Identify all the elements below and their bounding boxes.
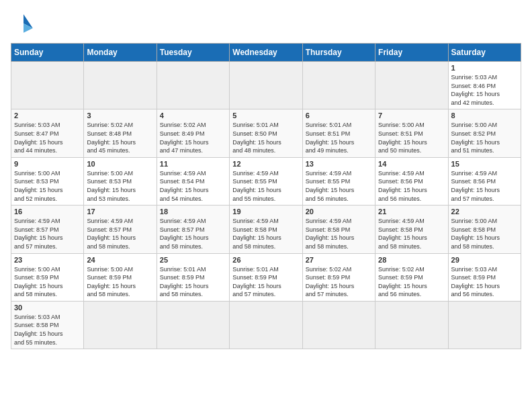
day-info: Sunrise: 4:59 AM Sunset: 8:56 PM Dayligh… (378, 169, 445, 203)
day-number: 6 (306, 111, 372, 120)
calendar-cell: 22Sunrise: 5:00 AM Sunset: 8:58 PM Dayli… (448, 205, 521, 253)
calendar-cell: 1Sunrise: 5:03 AM Sunset: 8:46 PM Daylig… (448, 62, 521, 109)
calendar-cell (448, 301, 521, 349)
calendar-cell (375, 301, 448, 349)
day-number: 27 (306, 256, 372, 264)
calendar-cell (157, 62, 229, 109)
day-info: Sunrise: 5:03 AM Sunset: 8:59 PM Dayligh… (451, 265, 518, 299)
day-number: 13 (306, 160, 372, 168)
calendar-cell: 7Sunrise: 5:00 AM Sunset: 8:51 PM Daylig… (375, 109, 448, 157)
calendar-cell: 21Sunrise: 4:59 AM Sunset: 8:58 PM Dayli… (375, 205, 448, 253)
calendar-week: 23Sunrise: 5:00 AM Sunset: 8:59 PM Dayli… (11, 253, 521, 301)
calendar-cell: 10Sunrise: 5:00 AM Sunset: 8:53 PM Dayli… (84, 157, 157, 205)
day-info: Sunrise: 4:59 AM Sunset: 8:55 PM Dayligh… (306, 169, 372, 203)
day-number: 24 (87, 256, 153, 264)
day-number: 1 (451, 64, 518, 72)
page-header (11, 11, 521, 36)
calendar-week: 1Sunrise: 5:03 AM Sunset: 8:46 PM Daylig… (11, 62, 521, 109)
day-info: Sunrise: 5:01 AM Sunset: 8:59 PM Dayligh… (160, 265, 226, 299)
calendar-cell (11, 62, 84, 109)
day-info: Sunrise: 5:01 AM Sunset: 8:59 PM Dayligh… (232, 265, 299, 299)
calendar-cell (375, 62, 448, 109)
calendar-cell: 28Sunrise: 5:02 AM Sunset: 8:59 PM Dayli… (375, 253, 448, 301)
day-info: Sunrise: 4:59 AM Sunset: 8:54 PM Dayligh… (160, 169, 226, 203)
day-number: 16 (14, 208, 81, 216)
calendar-cell: 16Sunrise: 4:59 AM Sunset: 8:57 PM Dayli… (11, 205, 84, 253)
day-info: Sunrise: 5:03 AM Sunset: 8:58 PM Dayligh… (14, 313, 81, 347)
calendar-cell: 19Sunrise: 4:59 AM Sunset: 8:58 PM Dayli… (230, 205, 302, 253)
calendar-cell: 25Sunrise: 5:01 AM Sunset: 8:59 PM Dayli… (157, 253, 229, 301)
weekday-header: Friday (375, 44, 448, 62)
calendar-cell: 23Sunrise: 5:00 AM Sunset: 8:59 PM Dayli… (11, 253, 84, 301)
day-info: Sunrise: 4:59 AM Sunset: 8:57 PM Dayligh… (14, 217, 81, 250)
weekday-header: Thursday (302, 44, 375, 62)
calendar-week: 9Sunrise: 5:00 AM Sunset: 8:53 PM Daylig… (11, 157, 521, 205)
calendar-week: 2Sunrise: 5:03 AM Sunset: 8:47 PM Daylig… (11, 109, 521, 157)
day-number: 15 (451, 160, 518, 168)
calendar-cell: 9Sunrise: 5:00 AM Sunset: 8:53 PM Daylig… (11, 157, 84, 205)
day-info: Sunrise: 5:00 AM Sunset: 8:59 PM Dayligh… (14, 265, 81, 299)
day-number: 21 (378, 208, 445, 216)
calendar-cell: 13Sunrise: 4:59 AM Sunset: 8:55 PM Dayli… (302, 157, 375, 205)
calendar-cell: 15Sunrise: 4:59 AM Sunset: 8:56 PM Dayli… (448, 157, 521, 205)
calendar-cell: 4Sunrise: 5:02 AM Sunset: 8:49 PM Daylig… (157, 109, 229, 157)
day-number: 20 (306, 208, 372, 216)
day-number: 7 (378, 111, 445, 120)
logo (11, 11, 39, 36)
day-number: 22 (451, 208, 518, 216)
day-number: 30 (14, 304, 81, 312)
calendar-cell: 8Sunrise: 5:00 AM Sunset: 8:52 PM Daylig… (448, 109, 521, 157)
day-number: 9 (14, 160, 81, 168)
day-info: Sunrise: 5:00 AM Sunset: 8:51 PM Dayligh… (378, 121, 445, 154)
calendar-cell: 2Sunrise: 5:03 AM Sunset: 8:47 PM Daylig… (11, 109, 84, 157)
day-number: 25 (160, 256, 226, 264)
calendar-cell: 14Sunrise: 4:59 AM Sunset: 8:56 PM Dayli… (375, 157, 448, 205)
weekday-header: Saturday (448, 44, 521, 62)
weekday-header: Monday (84, 44, 157, 62)
calendar-cell (84, 301, 157, 349)
calendar-cell: 24Sunrise: 5:00 AM Sunset: 8:59 PM Dayli… (84, 253, 157, 301)
day-number: 18 (160, 208, 226, 216)
calendar-cell (157, 301, 229, 349)
day-info: Sunrise: 5:01 AM Sunset: 8:51 PM Dayligh… (306, 121, 372, 154)
calendar-cell: 3Sunrise: 5:02 AM Sunset: 8:48 PM Daylig… (84, 109, 157, 157)
calendar-cell: 20Sunrise: 4:59 AM Sunset: 8:58 PM Dayli… (302, 205, 375, 253)
calendar-cell (230, 301, 302, 349)
calendar-cell: 27Sunrise: 5:02 AM Sunset: 8:59 PM Dayli… (302, 253, 375, 301)
day-info: Sunrise: 5:02 AM Sunset: 8:59 PM Dayligh… (306, 265, 372, 299)
day-info: Sunrise: 5:00 AM Sunset: 8:53 PM Dayligh… (14, 169, 81, 203)
calendar-cell: 17Sunrise: 4:59 AM Sunset: 8:57 PM Dayli… (84, 205, 157, 253)
calendar-cell (302, 62, 375, 109)
calendar-cell (302, 301, 375, 349)
calendar-cell: 26Sunrise: 5:01 AM Sunset: 8:59 PM Dayli… (230, 253, 302, 301)
day-number: 5 (232, 111, 299, 120)
calendar-cell: 5Sunrise: 5:01 AM Sunset: 8:50 PM Daylig… (230, 109, 302, 157)
calendar-header: SundayMondayTuesdayWednesdayThursdayFrid… (11, 44, 521, 62)
day-info: Sunrise: 5:00 AM Sunset: 8:59 PM Dayligh… (87, 265, 153, 299)
day-info: Sunrise: 4:59 AM Sunset: 8:58 PM Dayligh… (306, 217, 372, 250)
day-number: 4 (160, 111, 226, 120)
calendar-cell: 6Sunrise: 5:01 AM Sunset: 8:51 PM Daylig… (302, 109, 375, 157)
calendar-cell: 12Sunrise: 4:59 AM Sunset: 8:55 PM Dayli… (230, 157, 302, 205)
weekday-header: Sunday (11, 44, 84, 62)
day-number: 19 (232, 208, 299, 216)
calendar-week: 30Sunrise: 5:03 AM Sunset: 8:58 PM Dayli… (11, 301, 521, 349)
calendar-week: 16Sunrise: 4:59 AM Sunset: 8:57 PM Dayli… (11, 205, 521, 253)
day-info: Sunrise: 5:02 AM Sunset: 8:59 PM Dayligh… (378, 265, 445, 299)
day-info: Sunrise: 5:03 AM Sunset: 8:46 PM Dayligh… (451, 73, 518, 107)
day-number: 23 (14, 256, 81, 264)
day-info: Sunrise: 4:59 AM Sunset: 8:58 PM Dayligh… (378, 217, 445, 250)
day-info: Sunrise: 4:59 AM Sunset: 8:55 PM Dayligh… (232, 169, 299, 203)
calendar-table: SundayMondayTuesdayWednesdayThursdayFrid… (11, 43, 521, 349)
day-info: Sunrise: 5:01 AM Sunset: 8:50 PM Dayligh… (232, 121, 299, 154)
calendar-cell: 11Sunrise: 4:59 AM Sunset: 8:54 PM Dayli… (157, 157, 229, 205)
day-number: 17 (87, 208, 153, 216)
day-info: Sunrise: 5:03 AM Sunset: 8:47 PM Dayligh… (14, 121, 81, 154)
day-info: Sunrise: 5:02 AM Sunset: 8:48 PM Dayligh… (87, 121, 153, 154)
weekday-header: Wednesday (230, 44, 302, 62)
day-info: Sunrise: 4:59 AM Sunset: 8:57 PM Dayligh… (87, 217, 153, 250)
day-number: 2 (14, 111, 81, 120)
day-number: 14 (378, 160, 445, 168)
day-number: 10 (87, 160, 153, 168)
calendar-cell (230, 62, 302, 109)
